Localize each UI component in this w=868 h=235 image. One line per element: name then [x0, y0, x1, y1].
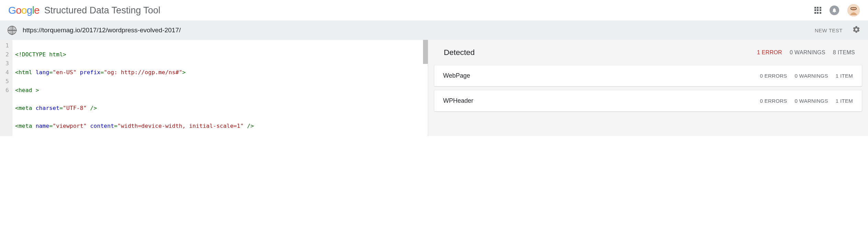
- code-token: head: [19, 87, 32, 93]
- header-right: [814, 4, 860, 16]
- card-items: 1 ITEM: [836, 73, 853, 79]
- code-scrollbar[interactable]: [423, 40, 428, 64]
- line-number: 6: [3, 86, 9, 95]
- code-token: "en-US": [53, 69, 77, 76]
- result-card-wpheader[interactable]: WPHeader 0 ERRORS 0 WARNINGS 1 ITEM: [434, 90, 862, 111]
- summary-items: 8 ITEMS: [833, 49, 855, 56]
- code-token: <!DOCTYPE html>: [15, 51, 66, 58]
- result-card-stats: 0 ERRORS 0 WARNINGS 1 ITEM: [760, 98, 853, 104]
- code-token: charset: [36, 105, 60, 111]
- code-token: prefix: [80, 69, 101, 76]
- url-right: NEW TEST: [815, 25, 860, 35]
- card-items: 1 ITEM: [836, 98, 853, 104]
- results-summary: 1 ERROR 0 WARNINGS 8 ITEMS: [757, 49, 855, 56]
- code-token: "UTF-8": [63, 105, 87, 111]
- source-code-pane[interactable]: 1 2 3 4 5 6 <!DOCTYPE html> <html lang="…: [0, 40, 428, 136]
- line-number: 3: [3, 59, 9, 68]
- result-card-title: WPHeader: [443, 97, 473, 104]
- code-token: "viewport": [53, 123, 87, 129]
- tool-title: Structured Data Testing Tool: [44, 5, 160, 16]
- line-number: 1: [3, 41, 9, 50]
- results-header: Detected 1 ERROR 0 WARNINGS 8 ITEMS: [434, 40, 862, 65]
- summary-errors: 1 ERROR: [757, 49, 782, 56]
- card-errors: 0 ERRORS: [760, 98, 787, 104]
- summary-warnings: 0 WARNINGS: [790, 49, 825, 56]
- card-errors: 0 ERRORS: [760, 73, 787, 79]
- code-token: name: [36, 123, 49, 129]
- line-number: 5: [3, 77, 9, 86]
- result-card-stats: 0 ERRORS 0 WARNINGS 1 ITEM: [760, 73, 853, 79]
- code-token: meta: [19, 123, 32, 129]
- globe-icon: [8, 26, 16, 35]
- source-code[interactable]: <!DOCTYPE html> <html lang="en-US" prefi…: [12, 40, 428, 136]
- line-number: 2: [3, 50, 9, 59]
- results-pane: Detected 1 ERROR 0 WARNINGS 8 ITEMS WebP…: [428, 40, 868, 136]
- code-token: "width=device-width, initial-scale=1": [117, 123, 244, 129]
- tested-url: https://torquemag.io/2017/12/wordpress-e…: [23, 26, 181, 34]
- code-token: "og: http://ogp.me/ns#": [104, 69, 182, 76]
- settings-icon[interactable]: [852, 25, 860, 35]
- notifications-icon[interactable]: [830, 5, 839, 15]
- line-number: 4: [3, 68, 9, 77]
- new-test-button[interactable]: NEW TEST: [815, 27, 843, 33]
- line-gutter: 1 2 3 4 5 6: [0, 40, 12, 136]
- app-header: Google Structured Data Testing Tool: [0, 0, 868, 21]
- card-warnings: 0 WARNINGS: [795, 98, 828, 104]
- url-left: https://torquemag.io/2017/12/wordpress-e…: [8, 26, 815, 35]
- header-left: Google Structured Data Testing Tool: [8, 4, 160, 16]
- google-logo[interactable]: Google: [8, 4, 39, 16]
- code-token: lang: [36, 69, 49, 76]
- result-card-webpage[interactable]: WebPage 0 ERRORS 0 WARNINGS 1 ITEM: [434, 65, 862, 86]
- account-avatar[interactable]: [847, 4, 860, 16]
- code-token: html: [19, 69, 32, 76]
- code-token: meta: [19, 105, 32, 111]
- detected-label: Detected: [444, 48, 475, 57]
- code-token: content: [90, 123, 114, 129]
- result-card-title: WebPage: [443, 72, 470, 79]
- apps-icon[interactable]: [814, 7, 821, 14]
- main-split: 1 2 3 4 5 6 <!DOCTYPE html> <html lang="…: [0, 40, 868, 136]
- card-warnings: 0 WARNINGS: [795, 73, 828, 79]
- url-bar: https://torquemag.io/2017/12/wordpress-e…: [0, 21, 868, 40]
